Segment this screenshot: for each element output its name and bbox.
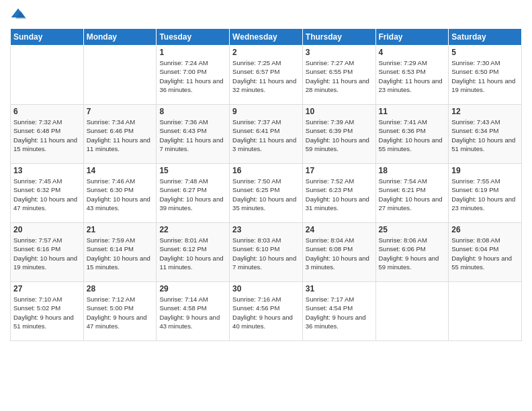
day-number: 14 xyxy=(87,166,154,175)
col-header-monday: Monday xyxy=(83,29,157,46)
week-row-3: 13Sunrise: 7:45 AM Sunset: 6:32 PM Dayli… xyxy=(11,164,522,223)
day-info: Sunrise: 7:43 AM Sunset: 6:34 PM Dayligh… xyxy=(451,118,519,153)
day-cell: 19Sunrise: 7:55 AM Sunset: 6:19 PM Dayli… xyxy=(449,164,522,223)
day-cell: 23Sunrise: 8:03 AM Sunset: 6:10 PM Dayli… xyxy=(230,223,303,282)
col-header-tuesday: Tuesday xyxy=(157,29,230,46)
day-cell: 16Sunrise: 7:50 AM Sunset: 6:25 PM Dayli… xyxy=(230,164,303,223)
day-number: 18 xyxy=(379,166,446,175)
day-number: 13 xyxy=(13,166,81,175)
day-number: 6 xyxy=(13,107,81,116)
day-info: Sunrise: 7:39 AM Sunset: 6:39 PM Dayligh… xyxy=(306,118,373,153)
day-info: Sunrise: 8:08 AM Sunset: 6:04 PM Dayligh… xyxy=(451,236,519,271)
logo-icon xyxy=(10,7,26,23)
day-cell: 11Sunrise: 7:41 AM Sunset: 6:36 PM Dayli… xyxy=(375,105,449,164)
day-number: 23 xyxy=(232,225,300,234)
day-info: Sunrise: 7:24 AM Sunset: 7:00 PM Dayligh… xyxy=(159,58,226,94)
day-number: 28 xyxy=(87,284,154,293)
day-info: Sunrise: 7:29 AM Sunset: 6:53 PM Dayligh… xyxy=(379,58,446,94)
day-info: Sunrise: 7:52 AM Sunset: 6:23 PM Dayligh… xyxy=(306,177,373,212)
day-cell: 25Sunrise: 8:06 AM Sunset: 6:06 PM Dayli… xyxy=(375,223,449,282)
day-number: 17 xyxy=(306,166,373,175)
day-info: Sunrise: 8:06 AM Sunset: 6:06 PM Dayligh… xyxy=(379,236,446,271)
day-cell: 21Sunrise: 7:59 AM Sunset: 6:14 PM Dayli… xyxy=(83,223,157,282)
day-cell xyxy=(375,282,449,341)
day-info: Sunrise: 7:36 AM Sunset: 6:43 PM Dayligh… xyxy=(159,118,226,153)
day-info: Sunrise: 7:10 AM Sunset: 5:02 PM Dayligh… xyxy=(13,295,81,330)
day-cell: 15Sunrise: 7:48 AM Sunset: 6:27 PM Dayli… xyxy=(157,164,230,223)
day-info: Sunrise: 7:46 AM Sunset: 6:30 PM Dayligh… xyxy=(87,177,154,212)
header-row: SundayMondayTuesdayWednesdayThursdayFrid… xyxy=(11,29,522,46)
day-cell: 31Sunrise: 7:17 AM Sunset: 4:54 PM Dayli… xyxy=(302,282,375,341)
day-number: 7 xyxy=(87,107,154,116)
day-number: 21 xyxy=(87,225,154,234)
day-cell: 28Sunrise: 7:12 AM Sunset: 5:00 PM Dayli… xyxy=(83,282,157,341)
col-header-wednesday: Wednesday xyxy=(230,29,303,46)
day-cell: 24Sunrise: 8:04 AM Sunset: 6:08 PM Dayli… xyxy=(302,223,375,282)
col-header-sunday: Sunday xyxy=(11,29,84,46)
day-info: Sunrise: 8:03 AM Sunset: 6:10 PM Dayligh… xyxy=(232,236,300,271)
day-number: 31 xyxy=(306,284,373,293)
day-number: 29 xyxy=(159,284,226,293)
day-info: Sunrise: 7:16 AM Sunset: 4:56 PM Dayligh… xyxy=(232,295,300,330)
day-info: Sunrise: 8:01 AM Sunset: 6:12 PM Dayligh… xyxy=(159,236,226,271)
day-number: 1 xyxy=(159,48,226,57)
day-info: Sunrise: 7:41 AM Sunset: 6:36 PM Dayligh… xyxy=(379,118,446,153)
day-info: Sunrise: 7:32 AM Sunset: 6:48 PM Dayligh… xyxy=(13,118,81,153)
day-cell xyxy=(11,46,84,105)
day-info: Sunrise: 7:25 AM Sunset: 6:57 PM Dayligh… xyxy=(232,58,300,94)
day-cell: 20Sunrise: 7:57 AM Sunset: 6:16 PM Dayli… xyxy=(11,223,84,282)
day-info: Sunrise: 7:45 AM Sunset: 6:32 PM Dayligh… xyxy=(13,177,81,212)
day-number: 3 xyxy=(306,48,373,57)
day-number: 24 xyxy=(306,225,373,234)
day-cell: 4Sunrise: 7:29 AM Sunset: 6:53 PM Daylig… xyxy=(375,46,449,105)
page: SundayMondayTuesdayWednesdayThursdayFrid… xyxy=(0,0,532,411)
day-info: Sunrise: 7:34 AM Sunset: 6:46 PM Dayligh… xyxy=(87,118,154,153)
day-cell: 17Sunrise: 7:52 AM Sunset: 6:23 PM Dayli… xyxy=(302,164,375,223)
day-cell: 30Sunrise: 7:16 AM Sunset: 4:56 PM Dayli… xyxy=(230,282,303,341)
day-number: 2 xyxy=(232,48,300,57)
day-info: Sunrise: 7:57 AM Sunset: 6:16 PM Dayligh… xyxy=(13,236,81,271)
header xyxy=(10,7,522,23)
day-number: 19 xyxy=(451,166,519,175)
day-number: 26 xyxy=(451,225,519,234)
day-number: 20 xyxy=(13,225,81,234)
day-info: Sunrise: 7:27 AM Sunset: 6:55 PM Dayligh… xyxy=(306,58,373,94)
day-cell: 13Sunrise: 7:45 AM Sunset: 6:32 PM Dayli… xyxy=(11,164,84,223)
day-info: Sunrise: 7:55 AM Sunset: 6:19 PM Dayligh… xyxy=(451,177,519,212)
col-header-thursday: Thursday xyxy=(302,29,375,46)
day-number: 30 xyxy=(232,284,300,293)
day-info: Sunrise: 8:04 AM Sunset: 6:08 PM Dayligh… xyxy=(306,236,373,271)
day-number: 9 xyxy=(232,107,300,116)
day-number: 8 xyxy=(159,107,226,116)
day-cell: 7Sunrise: 7:34 AM Sunset: 6:46 PM Daylig… xyxy=(83,105,157,164)
day-info: Sunrise: 7:17 AM Sunset: 4:54 PM Dayligh… xyxy=(306,295,373,330)
day-number: 12 xyxy=(451,107,519,116)
day-cell: 9Sunrise: 7:37 AM Sunset: 6:41 PM Daylig… xyxy=(230,105,303,164)
day-number: 4 xyxy=(379,48,446,57)
day-info: Sunrise: 7:37 AM Sunset: 6:41 PM Dayligh… xyxy=(232,118,300,153)
day-number: 27 xyxy=(13,284,81,293)
day-number: 25 xyxy=(379,225,446,234)
day-cell: 26Sunrise: 8:08 AM Sunset: 6:04 PM Dayli… xyxy=(449,223,522,282)
week-row-4: 20Sunrise: 7:57 AM Sunset: 6:16 PM Dayli… xyxy=(11,223,522,282)
day-cell: 12Sunrise: 7:43 AM Sunset: 6:34 PM Dayli… xyxy=(449,105,522,164)
logo xyxy=(10,7,28,23)
day-cell: 29Sunrise: 7:14 AM Sunset: 4:58 PM Dayli… xyxy=(157,282,230,341)
day-number: 10 xyxy=(306,107,373,116)
day-info: Sunrise: 7:30 AM Sunset: 6:50 PM Dayligh… xyxy=(451,58,519,94)
col-header-friday: Friday xyxy=(375,29,449,46)
day-cell: 5Sunrise: 7:30 AM Sunset: 6:50 PM Daylig… xyxy=(449,46,522,105)
day-info: Sunrise: 7:50 AM Sunset: 6:25 PM Dayligh… xyxy=(232,177,300,212)
day-cell: 18Sunrise: 7:54 AM Sunset: 6:21 PM Dayli… xyxy=(375,164,449,223)
day-number: 11 xyxy=(379,107,446,116)
day-cell: 27Sunrise: 7:10 AM Sunset: 5:02 PM Dayli… xyxy=(11,282,84,341)
day-info: Sunrise: 7:59 AM Sunset: 6:14 PM Dayligh… xyxy=(87,236,154,271)
day-number: 22 xyxy=(159,225,226,234)
day-cell: 3Sunrise: 7:27 AM Sunset: 6:55 PM Daylig… xyxy=(302,46,375,105)
day-cell xyxy=(83,46,157,105)
day-cell xyxy=(449,282,522,341)
col-header-saturday: Saturday xyxy=(449,29,522,46)
week-row-1: 1Sunrise: 7:24 AM Sunset: 7:00 PM Daylig… xyxy=(11,46,522,105)
calendar-table: SundayMondayTuesdayWednesdayThursdayFrid… xyxy=(10,28,522,341)
day-number: 15 xyxy=(159,166,226,175)
